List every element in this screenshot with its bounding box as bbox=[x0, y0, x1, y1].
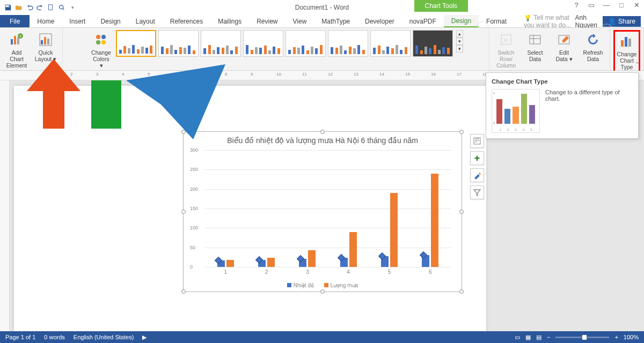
view-print-layout-icon[interactable]: ▦ bbox=[525, 334, 531, 341]
bar-series-1[interactable] bbox=[349, 232, 357, 267]
change-chart-type-icon bbox=[618, 33, 635, 50]
change-colors-icon bbox=[93, 31, 110, 48]
chart-elements-button[interactable]: + bbox=[470, 151, 484, 165]
maximize-icon[interactable]: □ bbox=[616, 1, 627, 9]
gallery-more-icon[interactable]: ▾ bbox=[456, 45, 463, 53]
status-language[interactable]: English (United States) bbox=[74, 334, 134, 340]
edit-data-icon bbox=[555, 31, 573, 48]
gallery-scroll-down-icon[interactable]: ▾ bbox=[456, 38, 463, 45]
tab-references[interactable]: References bbox=[163, 15, 210, 27]
edit-data-button[interactable]: Edit Data ▾ bbox=[551, 30, 577, 63]
refresh-data-icon bbox=[584, 31, 602, 48]
tab-mathtype[interactable]: MathType bbox=[314, 15, 357, 27]
resize-handle[interactable] bbox=[459, 210, 464, 214]
chart-style-thumb[interactable] bbox=[243, 30, 283, 57]
refresh-data-label: Refresh Data bbox=[582, 49, 604, 62]
status-word-count[interactable]: 0 words bbox=[44, 334, 65, 340]
group-chart-layouts: + Add Chart Element ▾ Quick Layout ▾ Cha… bbox=[0, 28, 63, 70]
quick-layout-button[interactable]: Quick Layout ▾ bbox=[32, 30, 59, 63]
title-bar: ▾ Document1 - Word Chart Tools ? ▭ — □ ✕ bbox=[0, 0, 644, 15]
tab-insert[interactable]: Insert bbox=[62, 15, 93, 27]
chart-style-thumb[interactable] bbox=[158, 30, 199, 57]
collapse-ribbon-icon[interactable]: ⌃ bbox=[635, 61, 640, 68]
view-read-mode-icon[interactable]: ▭ bbox=[515, 334, 520, 341]
save-icon[interactable] bbox=[3, 3, 13, 12]
svg-point-8 bbox=[60, 5, 63, 9]
chart-style-thumb[interactable] bbox=[413, 30, 453, 57]
add-chart-element-button[interactable]: + Add Chart Element ▾ bbox=[3, 30, 30, 76]
change-chart-type-label: Change Chart Type bbox=[617, 51, 637, 70]
refresh-data-button[interactable]: Refresh Data bbox=[580, 30, 606, 63]
resize-handle[interactable] bbox=[320, 130, 325, 134]
group-data: Switch Row/ Column Select Data Edit Data… bbox=[489, 28, 610, 70]
new-icon[interactable] bbox=[46, 3, 56, 12]
page[interactable]: Biểu đồ nhiệt độ và lượng mưa Hà Nội 6 t… bbox=[14, 86, 486, 331]
x-axis-label: 5 bbox=[388, 269, 391, 275]
undo-icon[interactable] bbox=[25, 3, 34, 12]
qat-dropdown-icon[interactable]: ▾ bbox=[68, 3, 77, 12]
tab-novapdf[interactable]: novaPDF bbox=[402, 15, 444, 27]
chart-object[interactable]: Biểu đồ nhiệt độ và lượng mưa Hà Nội 6 t… bbox=[183, 131, 462, 292]
resize-handle[interactable] bbox=[181, 130, 186, 134]
change-colors-button[interactable]: Change Colors ▾ bbox=[89, 30, 114, 70]
chart-title[interactable]: Biểu đồ nhiệt độ và lượng mưa Hà Nội 6 t… bbox=[184, 132, 462, 147]
edit-data-label: Edit Data ▾ bbox=[553, 49, 575, 62]
bar-series-1[interactable] bbox=[308, 250, 316, 267]
svg-text:+: + bbox=[19, 34, 22, 39]
tab-mailings[interactable]: Mailings bbox=[210, 15, 249, 27]
quick-layout-icon bbox=[37, 31, 54, 48]
change-chart-type-tooltip: Change Chart Type 50 12345 Change to a d… bbox=[486, 72, 639, 139]
tab-layout[interactable]: Layout bbox=[128, 15, 163, 27]
zoom-level[interactable]: 100% bbox=[624, 334, 639, 340]
tab-review[interactable]: Review bbox=[249, 15, 285, 27]
macro-recording-icon[interactable]: ▶ bbox=[142, 334, 147, 341]
minimize-icon[interactable]: — bbox=[601, 1, 612, 9]
chart-style-thumb[interactable] bbox=[286, 30, 326, 57]
chart-style-thumb[interactable] bbox=[116, 30, 156, 57]
chart-legend[interactable]: Nhiệt độ Lượng mưa bbox=[184, 282, 462, 289]
tooltip-description: Change to a different type of chart. bbox=[545, 89, 633, 133]
window-controls: ? ▭ — □ ✕ bbox=[571, 1, 642, 9]
tab-view[interactable]: View bbox=[286, 15, 314, 27]
tab-developer[interactable]: Developer bbox=[357, 15, 402, 27]
resize-handle[interactable] bbox=[459, 130, 464, 134]
tab-design[interactable]: Design bbox=[93, 15, 128, 27]
layout-options-button[interactable] bbox=[470, 134, 484, 148]
view-web-layout-icon[interactable]: ▤ bbox=[536, 334, 541, 341]
chart-style-thumb[interactable] bbox=[201, 30, 241, 57]
svg-rect-17 bbox=[47, 39, 49, 44]
tooltip-thumbnail: 50 12345 bbox=[492, 89, 540, 133]
chart-filters-button[interactable] bbox=[470, 185, 484, 199]
chart-style-thumb[interactable] bbox=[370, 30, 411, 57]
switch-row-column-button[interactable]: Switch Row/ Column bbox=[493, 30, 519, 70]
vertical-ruler[interactable] bbox=[0, 80, 10, 331]
redo-icon[interactable] bbox=[35, 3, 45, 12]
select-data-button[interactable]: Select Data bbox=[522, 30, 548, 63]
close-icon[interactable]: ✕ bbox=[631, 1, 642, 9]
x-axis-label: 2 bbox=[265, 269, 268, 275]
help-icon[interactable]: ? bbox=[571, 1, 582, 9]
bar-series-1[interactable] bbox=[267, 258, 275, 267]
chart-style-thumb[interactable] bbox=[328, 30, 368, 57]
tab-home[interactable]: Home bbox=[30, 15, 62, 27]
tooltip-title: Change Chart Type bbox=[492, 78, 633, 85]
resize-handle[interactable] bbox=[181, 210, 186, 214]
bar-series-1[interactable] bbox=[431, 174, 438, 267]
bar-series-1[interactable] bbox=[226, 260, 234, 267]
resize-handle[interactable] bbox=[459, 289, 464, 294]
print-preview-icon[interactable] bbox=[57, 3, 67, 12]
gallery-scroll-up-icon[interactable]: ▴ bbox=[456, 30, 463, 38]
resize-handle[interactable] bbox=[320, 289, 325, 294]
open-icon[interactable] bbox=[14, 3, 24, 12]
zoom-out-icon[interactable]: − bbox=[547, 334, 550, 340]
ribbon-display-icon[interactable]: ▭ bbox=[586, 1, 597, 9]
legend-series-1: Lượng mưa bbox=[331, 282, 358, 288]
chart-plot-area[interactable]: 050100150200250300123456 bbox=[205, 150, 451, 267]
status-page[interactable]: Page 1 of 1 bbox=[5, 334, 35, 340]
bar-series-1[interactable] bbox=[390, 193, 398, 267]
chart-styles-button[interactable] bbox=[470, 168, 484, 182]
zoom-slider[interactable] bbox=[555, 337, 609, 338]
zoom-in-icon[interactable]: + bbox=[614, 334, 618, 340]
tab-file[interactable]: File bbox=[0, 15, 30, 27]
resize-handle[interactable] bbox=[181, 289, 186, 294]
